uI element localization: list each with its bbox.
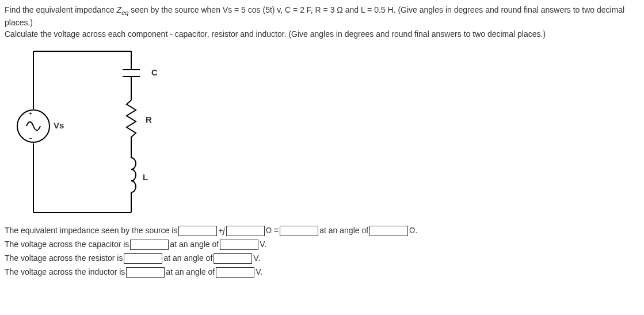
input-zeq-real[interactable] [178, 226, 217, 236]
vs-minus: − [29, 135, 32, 142]
input-zeq-mag[interactable] [280, 226, 318, 236]
input-zeq-angle[interactable] [369, 226, 408, 236]
vs-plus: + [29, 110, 32, 117]
omega-eq-text: Ω = [266, 224, 279, 238]
q-line2: Calculate the voltage across each compon… [5, 29, 546, 39]
ans3-text: The voltage across the resistor is [5, 252, 123, 265]
q-line1-part1: Find the equivalent impedance [5, 5, 117, 14]
j-label: j [223, 224, 225, 238]
input-vl-angle[interactable] [216, 267, 254, 278]
at-angle-text-2: at an angle of [170, 238, 219, 252]
at-angle-text-1: at an angle of [319, 224, 368, 238]
ans1-text: The equivalent impedance seen by the sou… [5, 224, 177, 238]
v-end-text-1: V. [260, 238, 266, 252]
input-vl-mag[interactable] [126, 267, 165, 278]
z-symbol: Z [117, 5, 122, 14]
input-vc-mag[interactable] [130, 240, 169, 250]
question-text: Find the equivalent impedance Zeq seen b… [5, 5, 639, 40]
circuit-diagram: + − Vs C R L [16, 45, 166, 218]
l-label: L [143, 172, 148, 182]
input-vc-angle[interactable] [220, 240, 258, 250]
at-angle-text-3: at an angle of [163, 252, 212, 265]
ans2-text: The voltage across the capacitor is [5, 238, 129, 252]
v-end-text-2: V. [253, 252, 260, 265]
answer-line-vr: The voltage across the resistor is at an… [5, 252, 639, 265]
input-vr-mag[interactable] [124, 253, 162, 264]
input-zeq-imag[interactable] [226, 226, 265, 236]
vs-label: Vs [54, 120, 64, 130]
answer-line-vl: The voltage across the inductor is at an… [5, 265, 639, 279]
r-label: R [146, 115, 152, 124]
answer-section: The equivalent impedance seen by the sou… [5, 224, 639, 279]
plus-text: + [218, 224, 223, 238]
input-vr-angle[interactable] [214, 253, 252, 264]
answer-line-vc: The voltage across the capacitor is at a… [5, 238, 639, 252]
v-end-text-3: V. [256, 265, 262, 279]
at-angle-text-4: at an angle of [166, 265, 215, 279]
c-label: C [151, 67, 158, 77]
ans4-text: The voltage across the inductor is [5, 265, 125, 279]
answer-line-impedance: The equivalent impedance seen by the sou… [5, 224, 639, 238]
omega-end-text: Ω. [409, 224, 417, 238]
z-subscript: eq [121, 9, 128, 16]
